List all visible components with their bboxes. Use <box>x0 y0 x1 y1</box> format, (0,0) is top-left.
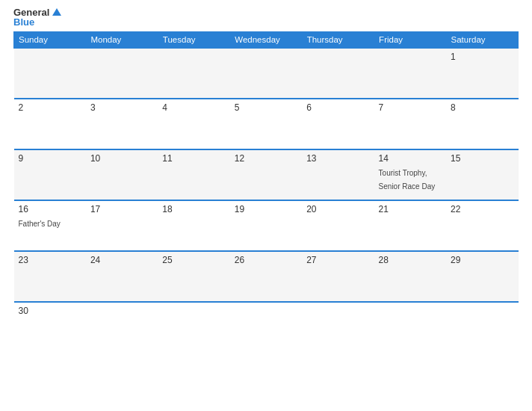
calendar-cell: 3 <box>86 99 158 149</box>
calendar-page: General Blue SundayMondayTuesdayWednesda… <box>0 0 532 411</box>
calendar-table: SundayMondayTuesdayWednesdayThursdayFrid… <box>13 31 519 353</box>
calendar-cell: 17 <box>86 200 158 251</box>
day-number: 24 <box>90 255 153 265</box>
day-number: 15 <box>451 153 513 164</box>
weekday-header-sunday: Sunday <box>14 32 86 49</box>
day-number: 22 <box>451 204 513 214</box>
calendar-cell <box>158 302 229 353</box>
calendar-cell: 23 <box>14 251 86 302</box>
day-number: 7 <box>379 102 442 113</box>
calendar-cell: 15 <box>446 149 518 200</box>
weekday-header-saturday: Saturday <box>446 32 518 49</box>
calendar-cell: 4 <box>158 99 229 149</box>
calendar-cell: 10 <box>86 149 158 200</box>
calendar-cell: 14Tourist Trophy,Senior Race Day <box>374 149 446 200</box>
calendar-cell <box>86 302 158 353</box>
day-number: 16 <box>19 204 81 214</box>
calendar-cell: 8 <box>446 99 518 149</box>
day-number: 3 <box>90 102 153 113</box>
calendar-cell: 26 <box>230 251 302 302</box>
event-label: Father's Day <box>19 220 61 228</box>
day-number: 17 <box>90 204 153 214</box>
logo-triangle-icon <box>52 8 61 16</box>
day-number: 19 <box>235 204 297 214</box>
calendar-cell: 27 <box>302 251 374 302</box>
calendar-cell: 9 <box>14 149 86 200</box>
calendar-week-row: 1 <box>14 48 519 99</box>
calendar-cell: 20 <box>302 200 374 251</box>
day-number: 30 <box>19 306 81 316</box>
calendar-body: 1234567891011121314Tourist Trophy,Senior… <box>14 48 519 353</box>
calendar-week-row: 2345678 <box>14 99 519 149</box>
day-number: 8 <box>451 102 513 113</box>
calendar-header: SundayMondayTuesdayWednesdayThursdayFrid… <box>14 32 519 49</box>
calendar-cell: 18 <box>158 200 229 251</box>
day-number: 27 <box>306 255 369 265</box>
calendar-cell: 25 <box>158 251 229 302</box>
calendar-week-row: 23242526272829 <box>14 251 519 302</box>
calendar-cell: 16Father's Day <box>14 200 86 251</box>
calendar-cell: 2 <box>14 99 86 149</box>
calendar-cell: 13 <box>302 149 374 200</box>
calendar-cell: 22 <box>446 200 518 251</box>
weekday-header-wednesday: Wednesday <box>230 32 302 49</box>
weekday-header-tuesday: Tuesday <box>158 32 229 49</box>
day-number: 20 <box>306 204 369 214</box>
calendar-cell <box>158 48 229 99</box>
calendar-cell <box>14 48 86 99</box>
day-number: 11 <box>162 153 225 164</box>
calendar-week-row: 16Father's Day171819202122 <box>14 200 519 251</box>
calendar-cell: 5 <box>230 99 302 149</box>
day-number: 28 <box>379 255 442 265</box>
weekday-header-thursday: Thursday <box>302 32 374 49</box>
calendar-cell: 19 <box>230 200 302 251</box>
day-number: 12 <box>235 153 297 164</box>
calendar-week-row: 30 <box>14 302 519 353</box>
day-number: 6 <box>306 102 369 113</box>
calendar-cell: 21 <box>374 200 446 251</box>
day-number: 9 <box>19 153 81 164</box>
weekday-header-friday: Friday <box>374 32 446 49</box>
calendar-cell: 24 <box>86 251 158 302</box>
calendar-cell: 29 <box>446 251 518 302</box>
logo-blue-text: Blue <box>13 17 61 27</box>
calendar-cell <box>302 302 374 353</box>
calendar-cell: 1 <box>446 48 518 99</box>
day-number: 10 <box>90 153 153 164</box>
day-number: 4 <box>162 102 225 113</box>
calendar-cell <box>302 48 374 99</box>
day-number: 13 <box>306 153 369 164</box>
calendar-cell: 28 <box>374 251 446 302</box>
day-number: 29 <box>451 255 513 265</box>
day-number: 25 <box>162 255 225 265</box>
weekday-header-row: SundayMondayTuesdayWednesdayThursdayFrid… <box>14 32 519 49</box>
weekday-header-monday: Monday <box>86 32 158 49</box>
day-number: 5 <box>235 102 297 113</box>
day-number: 23 <box>19 255 81 265</box>
calendar-cell: 12 <box>230 149 302 200</box>
day-number: 2 <box>19 102 81 113</box>
calendar-cell: 6 <box>302 99 374 149</box>
calendar-cell <box>374 48 446 99</box>
calendar-cell: 30 <box>14 302 86 353</box>
day-number: 26 <box>235 255 297 265</box>
calendar-cell: 7 <box>374 99 446 149</box>
day-number: 21 <box>379 204 442 214</box>
day-number: 14 <box>379 153 442 164</box>
calendar-cell <box>230 302 302 353</box>
calendar-cell <box>86 48 158 99</box>
logo-wrapper: General Blue <box>13 7 61 27</box>
day-number: 18 <box>162 204 225 214</box>
logo: General Blue <box>13 7 61 27</box>
day-number: 1 <box>451 52 513 62</box>
calendar-cell <box>446 302 518 353</box>
calendar-cell <box>374 302 446 353</box>
calendar-cell <box>230 48 302 99</box>
event-label: Tourist Trophy,Senior Race Day <box>379 169 436 191</box>
header: General Blue <box>13 7 519 27</box>
calendar-week-row: 91011121314Tourist Trophy,Senior Race Da… <box>14 149 519 200</box>
calendar-cell: 11 <box>158 149 229 200</box>
